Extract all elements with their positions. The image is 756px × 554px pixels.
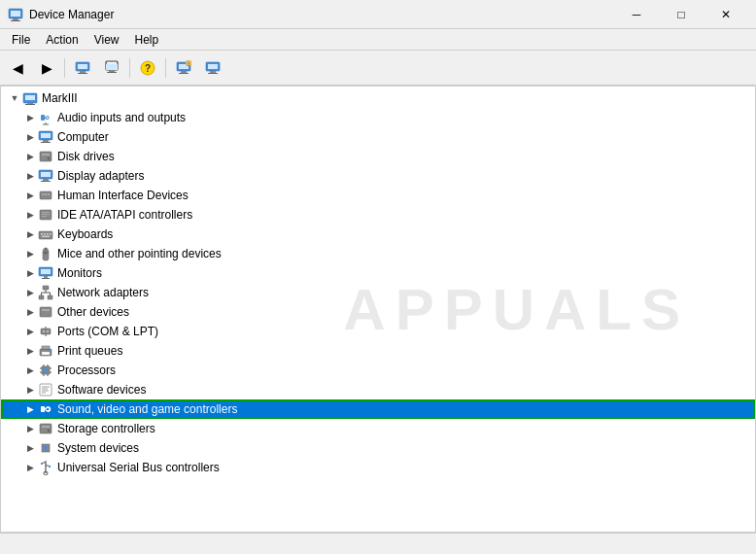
computer-button[interactable] bbox=[69, 54, 96, 82]
title-bar: Device Manager ─ □ ✕ bbox=[0, 0, 756, 29]
svg-rect-70 bbox=[42, 309, 50, 311]
svg-rect-63 bbox=[39, 295, 44, 299]
svg-rect-40 bbox=[43, 179, 49, 181]
monitor-button[interactable] bbox=[199, 54, 226, 82]
other-icon bbox=[38, 304, 53, 320]
svg-rect-26 bbox=[27, 103, 33, 104]
tree-item-mice[interactable]: ▶ Mice and other pointing devices bbox=[1, 244, 755, 263]
svg-rect-47 bbox=[42, 212, 50, 213]
svg-point-37 bbox=[48, 157, 51, 160]
tree-item-sound[interactable]: ▶ Sound, video and game controllers bbox=[1, 399, 755, 419]
svg-point-98 bbox=[48, 430, 51, 433]
monitors-label: Monitors bbox=[57, 266, 102, 280]
computer-chevron: ▶ bbox=[22, 129, 38, 145]
tree-item-monitors[interactable]: ▶ Monitors bbox=[1, 263, 755, 283]
tree-item-ide[interactable]: ▶ IDE ATA/ATAPI controllers bbox=[1, 205, 755, 225]
storage-label: Storage controllers bbox=[57, 422, 155, 435]
print-label: Print queues bbox=[57, 344, 122, 358]
tree-item-software[interactable]: ▶ Software devices bbox=[1, 380, 755, 399]
window-title: Device Manager bbox=[29, 8, 614, 21]
menu-view[interactable]: View bbox=[86, 31, 127, 49]
network-icon bbox=[38, 285, 53, 300]
tree-item-ports[interactable]: ▶ Ports (COM & LPT) bbox=[1, 322, 755, 341]
toolbar-sep-1 bbox=[64, 58, 65, 78]
svg-rect-81 bbox=[44, 368, 48, 372]
svg-rect-71 bbox=[41, 329, 51, 334]
tree-root[interactable]: ▼ MarkIII bbox=[1, 88, 755, 108]
other-chevron: ▶ bbox=[22, 304, 38, 320]
menu-file[interactable]: File bbox=[4, 31, 38, 49]
svg-rect-28 bbox=[41, 115, 45, 121]
device-tree[interactable]: APPUALS ▼ MarkIII ▶ bbox=[0, 86, 756, 533]
disk-label: Disk drives bbox=[57, 150, 115, 163]
menu-help[interactable]: Help bbox=[127, 31, 167, 49]
svg-rect-53 bbox=[47, 233, 49, 235]
svg-rect-51 bbox=[41, 233, 43, 235]
svg-rect-25 bbox=[25, 95, 35, 100]
close-button[interactable]: ✕ bbox=[704, 0, 748, 29]
computer-label: Computer bbox=[57, 130, 109, 144]
software-chevron: ▶ bbox=[22, 382, 38, 398]
toolbar-sep-2 bbox=[129, 58, 130, 78]
svg-rect-17 bbox=[179, 73, 189, 74]
svg-rect-34 bbox=[41, 142, 51, 143]
tree-item-system[interactable]: ▶ System devices bbox=[1, 438, 755, 458]
monitors-chevron: ▶ bbox=[22, 265, 38, 281]
svg-rect-5 bbox=[78, 64, 87, 69]
software-icon bbox=[38, 382, 53, 398]
software-label: Software devices bbox=[57, 383, 146, 397]
forward-button[interactable]: ▶ bbox=[33, 54, 60, 82]
tree-item-other[interactable]: ▶ Other devices bbox=[1, 302, 755, 322]
display-label: Display adapters bbox=[57, 169, 144, 183]
tree-item-print[interactable]: ▶ Print queues bbox=[1, 341, 755, 361]
tree-item-audio[interactable]: ▶ Audio inputs and outputs bbox=[1, 108, 755, 127]
svg-rect-23 bbox=[208, 73, 218, 74]
svg-rect-77 bbox=[42, 346, 50, 349]
help-button[interactable]: ? bbox=[134, 54, 161, 82]
tree-item-hid[interactable]: ▶ Human Interface Devices bbox=[1, 186, 755, 205]
mice-label: Mice and other pointing devices bbox=[57, 247, 222, 260]
back-button[interactable]: ◀ bbox=[4, 54, 31, 82]
mice-chevron: ▶ bbox=[22, 246, 38, 261]
ide-label: IDE ATA/ATAPI controllers bbox=[57, 208, 192, 222]
svg-point-72 bbox=[43, 330, 45, 332]
hid-icon bbox=[38, 188, 53, 203]
scan-button[interactable]: ! bbox=[170, 54, 197, 82]
print-icon bbox=[38, 343, 53, 359]
minimize-button[interactable]: ─ bbox=[614, 0, 659, 29]
maximize-button[interactable]: □ bbox=[659, 0, 704, 29]
display-chevron: ▶ bbox=[22, 168, 38, 184]
svg-rect-3 bbox=[11, 20, 20, 21]
usb-label: Universal Serial Bus controllers bbox=[57, 461, 220, 474]
svg-rect-45 bbox=[48, 193, 50, 195]
ide-chevron: ▶ bbox=[22, 207, 38, 223]
svg-rect-49 bbox=[42, 216, 47, 217]
menu-action[interactable]: Action bbox=[38, 31, 86, 49]
processors-label: Processors bbox=[57, 364, 116, 377]
svg-rect-43 bbox=[42, 193, 44, 195]
svg-rect-78 bbox=[42, 352, 50, 355]
svg-text:?: ? bbox=[145, 63, 151, 74]
svg-rect-95 bbox=[41, 406, 45, 412]
hid-chevron: ▶ bbox=[22, 188, 38, 203]
other-label: Other devices bbox=[57, 305, 129, 319]
tree-item-disk[interactable]: ▶ Disk drives bbox=[1, 147, 755, 166]
svg-rect-64 bbox=[48, 295, 52, 299]
processors-icon bbox=[38, 363, 53, 378]
refresh-button[interactable] bbox=[98, 54, 125, 82]
tree-item-storage[interactable]: ▶ Storage controllers bbox=[1, 419, 755, 438]
tree-item-usb[interactable]: ▶ Universal Serial Bus controllers bbox=[1, 458, 755, 477]
hid-label: Human Interface Devices bbox=[57, 189, 189, 202]
tree-item-processors[interactable]: ▶ Processors bbox=[1, 361, 755, 380]
tree-item-computer[interactable]: ▶ Computer bbox=[1, 127, 755, 147]
tree-item-network[interactable]: ▶ Network adapters bbox=[1, 283, 755, 302]
tree-item-display[interactable]: ▶ Display adapters bbox=[1, 166, 755, 186]
storage-chevron: ▶ bbox=[22, 421, 38, 436]
svg-rect-105 bbox=[49, 466, 51, 467]
computer-icon bbox=[38, 129, 53, 145]
system-icon bbox=[38, 440, 53, 456]
disk-chevron: ▶ bbox=[22, 149, 38, 164]
tree-item-keyboards[interactable]: ▶ Keyboards bbox=[1, 225, 755, 244]
svg-rect-69 bbox=[40, 307, 52, 317]
print-chevron: ▶ bbox=[22, 343, 38, 359]
